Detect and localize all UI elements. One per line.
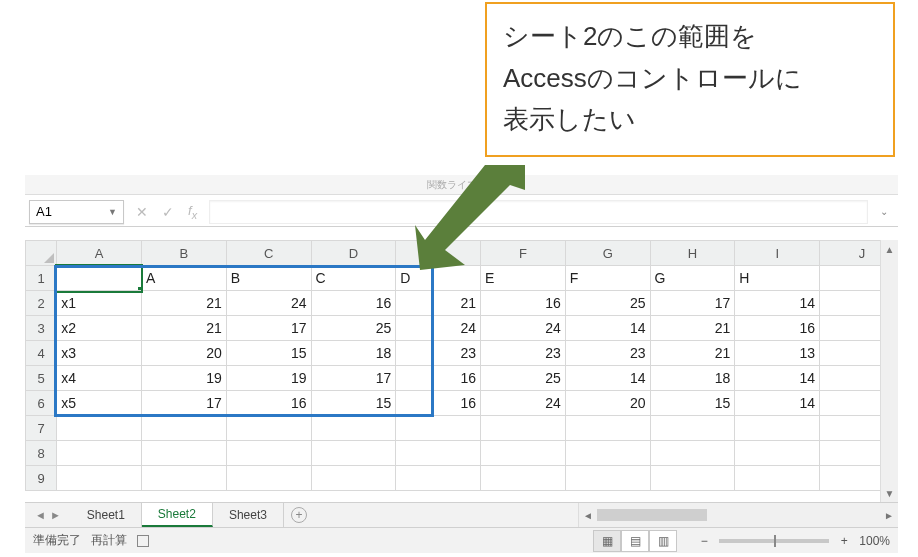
row-header[interactable]: 4 [26,341,57,366]
cell[interactable]: 24 [481,316,566,341]
cell[interactable]: 15 [311,391,396,416]
row-header[interactable]: 1 [26,266,57,291]
column-header[interactable]: E [396,241,481,266]
cell[interactable]: 16 [226,391,311,416]
cell[interactable]: 15 [650,391,735,416]
worksheet-grid[interactable]: A B C D E F G H I J 1ABCDEFGH2x121241621… [25,240,898,502]
row-header[interactable]: 7 [26,416,57,441]
cell[interactable]: 23 [565,341,650,366]
cell[interactable]: x4 [57,366,142,391]
cell[interactable] [396,466,481,491]
sheet-tab-sheet1[interactable]: Sheet1 [71,503,142,527]
cell[interactable]: F [565,266,650,291]
cell[interactable] [141,466,226,491]
view-normal-icon[interactable]: ▦ [593,530,621,552]
cell[interactable]: x2 [57,316,142,341]
horizontal-scrollbar[interactable]: ◄ ► [578,503,898,527]
cell[interactable]: 21 [650,316,735,341]
cell[interactable] [650,441,735,466]
cell[interactable]: 24 [481,391,566,416]
name-box[interactable]: A1 ▼ [29,200,124,224]
tab-first-icon[interactable]: ◄ [35,509,46,521]
formula-input[interactable] [209,200,868,224]
row-header[interactable]: 5 [26,366,57,391]
zoom-in-button[interactable]: + [837,534,851,548]
cell[interactable]: B [226,266,311,291]
cell[interactable]: C [311,266,396,291]
cell[interactable] [565,441,650,466]
cell[interactable]: 25 [565,291,650,316]
column-header[interactable]: F [481,241,566,266]
cell[interactable] [481,441,566,466]
view-page-break-icon[interactable]: ▥ [649,530,677,552]
cell[interactable]: 16 [396,366,481,391]
row-header[interactable]: 8 [26,441,57,466]
macro-record-icon[interactable] [137,535,149,547]
cell[interactable]: 17 [141,391,226,416]
fx-icon[interactable]: fx [188,203,197,221]
vertical-scrollbar[interactable]: ▲ ▼ [880,240,898,502]
cell[interactable] [141,416,226,441]
cell[interactable]: x3 [57,341,142,366]
scroll-right-icon[interactable]: ► [880,503,898,527]
cell[interactable] [57,416,142,441]
cell[interactable]: 21 [141,316,226,341]
column-header[interactable]: H [650,241,735,266]
cell[interactable]: 21 [141,291,226,316]
view-page-layout-icon[interactable]: ▤ [621,530,649,552]
cell[interactable] [565,466,650,491]
cell[interactable] [226,466,311,491]
cell[interactable]: 23 [481,341,566,366]
zoom-level[interactable]: 100% [859,534,890,548]
cell[interactable]: 18 [311,341,396,366]
cell[interactable]: 25 [311,316,396,341]
cell[interactable]: 16 [396,391,481,416]
cell[interactable] [57,266,142,291]
cell[interactable]: 16 [481,291,566,316]
row-header[interactable]: 9 [26,466,57,491]
cell[interactable] [226,441,311,466]
column-header[interactable]: B [141,241,226,266]
cell[interactable] [735,416,820,441]
cell[interactable]: 14 [565,316,650,341]
cancel-icon[interactable]: ✕ [136,204,148,220]
cell[interactable]: 14 [565,366,650,391]
cell[interactable] [650,416,735,441]
row-header[interactable]: 2 [26,291,57,316]
zoom-out-button[interactable]: − [697,534,711,548]
scroll-down-icon[interactable]: ▼ [881,484,898,502]
cell[interactable]: H [735,266,820,291]
column-header[interactable]: D [311,241,396,266]
cell[interactable]: 23 [396,341,481,366]
new-sheet-button[interactable]: + [284,503,314,527]
cell[interactable] [481,466,566,491]
cell[interactable] [396,416,481,441]
cell[interactable]: 17 [311,366,396,391]
cell[interactable]: 14 [735,366,820,391]
row-header[interactable]: 3 [26,316,57,341]
column-header[interactable]: A [57,241,142,266]
cell[interactable] [481,416,566,441]
expand-formula-bar-icon[interactable]: ⌄ [874,200,894,224]
cell[interactable]: 24 [396,316,481,341]
cell[interactable]: 17 [650,291,735,316]
cell[interactable]: 19 [226,366,311,391]
cell[interactable]: 18 [650,366,735,391]
cell[interactable] [396,441,481,466]
column-header[interactable]: I [735,241,820,266]
cell[interactable]: 15 [226,341,311,366]
cell[interactable]: x5 [57,391,142,416]
cell[interactable]: 21 [396,291,481,316]
hscroll-thumb[interactable] [597,509,707,521]
cell[interactable]: 14 [735,391,820,416]
cell[interactable]: 14 [735,291,820,316]
row-header[interactable]: 6 [26,391,57,416]
cell[interactable] [565,416,650,441]
cell[interactable]: 16 [735,316,820,341]
cell[interactable] [735,466,820,491]
cell[interactable]: 25 [481,366,566,391]
enter-icon[interactable]: ✓ [162,204,174,220]
cell[interactable] [57,441,142,466]
select-all-corner[interactable] [26,241,57,266]
scroll-up-icon[interactable]: ▲ [881,240,898,258]
